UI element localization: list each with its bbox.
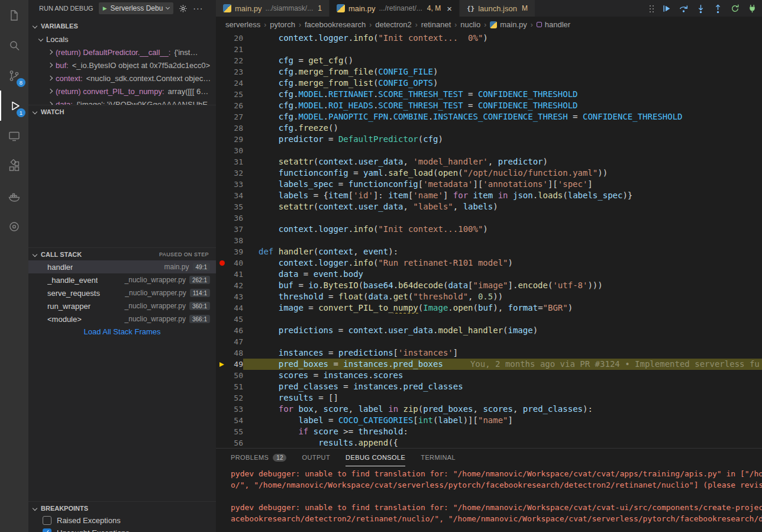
glyph-margin[interactable] (216, 426, 228, 437)
activity-docker-button[interactable] (0, 181, 28, 211)
glyph-margin[interactable] (216, 269, 228, 280)
glyph-margin[interactable] (216, 89, 228, 100)
breadcrumb-item-retinanet[interactable]: retinanet (421, 20, 451, 29)
variable-row[interactable]: buf:<_io.BytesIO object at 0x7f5a2dc1ecc… (28, 59, 216, 72)
breakpoints-section-header[interactable]: BREAKPOINTS (28, 501, 216, 514)
panel-tab-problems[interactable]: PROBLEMS12 (231, 449, 286, 466)
glyph-margin[interactable] (216, 257, 228, 269)
start-debug-icon[interactable]: ▶ (103, 5, 107, 11)
glyph-margin[interactable] (216, 359, 228, 370)
activity-explorer-button[interactable] (0, 0, 28, 30)
breadcrumb-item-main-py[interactable]: main.py (490, 20, 527, 29)
glyph-margin[interactable] (216, 190, 228, 201)
close-icon[interactable]: × (447, 4, 452, 14)
activity-remote-explorer-button[interactable] (0, 121, 28, 151)
glyph-margin[interactable] (216, 134, 228, 145)
launch-config-select[interactable]: ▶ Serverless Debu (99, 2, 174, 14)
stack-frame-row[interactable]: serve_requests_nuclio_wrapper.py114:1 (28, 286, 216, 299)
debug-console-output[interactable]: pydev debugger: unable to find translati… (216, 466, 762, 532)
glyph-margin[interactable] (216, 167, 228, 179)
glyph-margin[interactable] (216, 235, 228, 246)
glyph-margin[interactable] (216, 66, 228, 78)
code-token: . (353, 202, 358, 211)
glyph-margin[interactable] (216, 370, 228, 381)
glyph-margin[interactable] (216, 145, 228, 156)
glyph-margin[interactable] (216, 437, 228, 448)
activity-extensions-button[interactable] (0, 151, 28, 181)
breadcrumb-item-detectron2[interactable]: detectron2 (375, 20, 411, 29)
glyph-margin[interactable] (216, 246, 228, 257)
glyph-margin[interactable] (216, 404, 228, 415)
step-over-button[interactable] (679, 4, 689, 14)
step-into-button[interactable] (696, 4, 706, 14)
editor-tab-launch-json[interactable]: {}launch.jsonM (460, 0, 535, 17)
breadcrumb-item-pytorch[interactable]: pytorch (270, 20, 295, 29)
breakpoint-row[interactable]: Raised Exceptions (28, 514, 216, 527)
activity-search-button[interactable] (0, 30, 28, 60)
panel-tab-terminal[interactable]: TERMINAL (421, 449, 456, 466)
continue-button[interactable] (661, 4, 671, 14)
variable-row[interactable]: (return) DefaultPredictor.__call__:{'ins… (28, 46, 216, 59)
glyph-margin[interactable] (216, 392, 228, 404)
gear-icon[interactable] (179, 4, 188, 13)
step-out-button[interactable] (713, 4, 723, 14)
glyph-margin[interactable] (216, 302, 228, 314)
glyph-margin[interactable] (216, 55, 228, 66)
activity-source-control-button[interactable]: 8 (0, 60, 28, 91)
glyph-margin[interactable] (216, 179, 228, 190)
checkbox[interactable] (43, 516, 51, 525)
glyph-margin[interactable] (216, 201, 228, 212)
glyph-margin[interactable] (216, 325, 228, 336)
glyph-margin[interactable] (216, 122, 228, 134)
glyph-margin[interactable] (216, 33, 228, 44)
panel-tab-debug-console[interactable]: DEBUG CONSOLE (346, 449, 405, 466)
breakpoint-row[interactable]: Uncaught Exceptions (28, 527, 216, 532)
variables-section-header[interactable]: VARIABLES (28, 20, 216, 33)
glyph-margin[interactable] (216, 415, 228, 426)
glyph-margin[interactable] (216, 314, 228, 325)
load-all-stack-frames-link[interactable]: Load All Stack Frames (28, 327, 216, 336)
variable-row[interactable]: context:<nuclio_sdk.context.Context obje… (28, 72, 216, 85)
breadcrumb-item-serverless[interactable]: serverless (225, 20, 260, 29)
glyph-margin[interactable] (216, 100, 228, 111)
stack-frame-row[interactable]: _handle_event_nuclio_wrapper.py262:1 (28, 273, 216, 286)
variable-row[interactable]: (return) convert_PIL_to_numpy:array([[[ … (28, 85, 216, 98)
sidebar-header: RUN AND DEBUG ▶ Serverless Debu ··· (28, 0, 216, 17)
code-token: = (324, 415, 338, 425)
checkbox[interactable] (43, 528, 51, 532)
stack-frame-row[interactable]: <module>_nuclio_wrapper.py366:1 (28, 312, 216, 325)
glyph-margin[interactable] (216, 44, 228, 55)
glyph-margin[interactable] (216, 381, 228, 392)
glyph-margin[interactable] (216, 156, 228, 167)
glyph-margin[interactable] (216, 280, 228, 291)
stack-frame-row[interactable]: handlermain.py49:1 (28, 260, 216, 273)
scope-row-locals[interactable]: Locals (28, 33, 216, 46)
code-token: ( (314, 157, 318, 166)
glyph-margin[interactable] (216, 336, 228, 347)
glyph-margin[interactable] (216, 291, 228, 302)
chevron-right-icon (48, 89, 53, 93)
variable-row[interactable]: data:{'image': 'iVBORw0KGgoAAAANSUhE… (28, 98, 216, 105)
glyph-margin[interactable] (216, 78, 228, 89)
glyph-margin[interactable] (216, 224, 228, 235)
restart-button[interactable] (730, 4, 740, 14)
stack-frame-row[interactable]: run_wrapper_nuclio_wrapper.py360:1 (28, 299, 216, 312)
editor-tab-main-py[interactable]: main.py.../retinanet/...4, M× (330, 0, 460, 17)
more-actions-icon[interactable]: ··· (193, 4, 203, 13)
disconnect-button[interactable] (747, 4, 757, 14)
drag-grip-icon[interactable] (649, 5, 654, 12)
panel-tab-output[interactable]: OUTPUT (302, 449, 330, 466)
breadcrumb-item-facebookresearch[interactable]: facebookresearch (305, 20, 366, 29)
breadcrumb-item-handler[interactable]: handler (537, 20, 570, 29)
watch-section-header[interactable]: WATCH (28, 105, 216, 118)
breadcrumb-item-nuclio[interactable]: nuclio (460, 20, 480, 29)
glyph-margin[interactable] (216, 111, 228, 122)
editor-tab-main-py[interactable]: main.py.../siammask/...1 (216, 0, 330, 17)
line-number: 20 (228, 33, 243, 44)
activity-run-and-debug-button[interactable]: 1 (0, 91, 28, 121)
code-token: context (318, 247, 353, 256)
call-stack-section-header[interactable]: CALL STACK PAUSED ON STEP (28, 247, 216, 260)
glyph-margin[interactable] (216, 347, 228, 359)
activity-test-explorer-button[interactable] (0, 211, 28, 241)
glyph-margin[interactable] (216, 212, 228, 224)
